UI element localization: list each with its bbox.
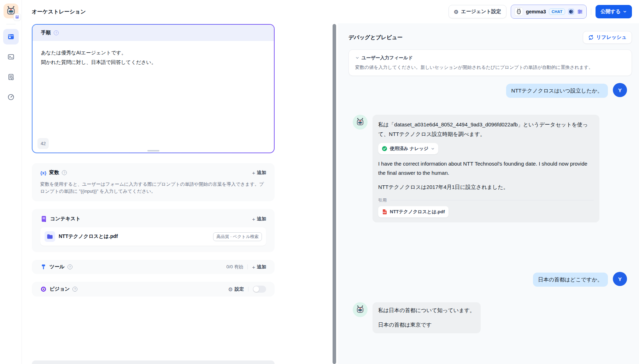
- add-variable-button[interactable]: + 追加: [252, 169, 266, 176]
- monitoring-gauge-icon: [7, 94, 14, 101]
- chat-message-user: Y 日本の首都はどこですか。: [353, 272, 627, 287]
- user-input-fields-title: ユーザー入力フィールド: [362, 55, 413, 61]
- bot-answer-text: NTTテクノクロスは2017年4月1日に設立されました。: [378, 183, 594, 192]
- sidebar: [0, 0, 22, 364]
- app-avatar[interactable]: [4, 4, 18, 18]
- debug-preview-pane: デバッグとプレビュー リフレッシュ ユーザー入力フィールド 変数の値を入力してく…: [338, 23, 639, 364]
- agent-settings-button[interactable]: ⚙ エージェント設定: [449, 5, 506, 18]
- tools-title: ツール: [49, 264, 65, 270]
- prompt-text-line: 聞かれた質問に対し、日本語で回答してください。: [41, 58, 265, 67]
- refresh-label: リフレッシュ: [596, 34, 627, 41]
- orchestration-pane: 手順 ? あなたは優秀なAIエージェントです。 聞かれた質問に対し、日本語で回答…: [22, 23, 275, 364]
- logs-icon: [7, 73, 14, 80]
- bot-intro-text: 私は「dataset_a031e6d4_8052_4494_9ad3_d096f…: [378, 120, 594, 139]
- chat-message-bot: 私は「dataset_a031e6d4_8052_4494_9ad3_d096f…: [353, 115, 627, 222]
- knowledge-used-pill[interactable]: 使用済み ナレッジ: [378, 143, 438, 154]
- prompt-title: 手順: [41, 30, 51, 36]
- vision-eye-icon: [40, 286, 47, 292]
- folder-icon: [45, 231, 55, 242]
- sidebar-divider: [6, 24, 16, 24]
- help-icon[interactable]: ?: [54, 30, 59, 35]
- add-context-button[interactable]: + 追加: [252, 216, 266, 222]
- bot-text-line: 日本の首都は東京です: [378, 322, 475, 328]
- model-provider-llama-icon: [515, 7, 523, 16]
- chat-message-bot: 私は日本の首都について知っています。 日本の首都は東京です: [353, 302, 627, 333]
- user-avatar: Y: [613, 272, 627, 286]
- model-mode-badge: CHAT: [549, 8, 565, 15]
- next-section-edge: [32, 360, 275, 364]
- debug-title: デバッグとプレビュー: [348, 34, 403, 41]
- bot-text-line: 私は日本の首都について知っています。: [378, 307, 475, 314]
- help-icon[interactable]: ?: [68, 264, 72, 269]
- sidebar-item-api[interactable]: [3, 49, 19, 65]
- chevron-down-icon: [355, 56, 359, 60]
- api-terminal-icon: [7, 53, 14, 60]
- prompt-editor[interactable]: あなたは優秀なAIエージェントです。 聞かれた質問に対し、日本語で回答してくださ…: [33, 41, 274, 153]
- char-count-badge: 42: [37, 138, 49, 149]
- divider: [247, 264, 248, 269]
- add-tool-button[interactable]: + 追加: [252, 264, 266, 270]
- help-icon[interactable]: ?: [62, 170, 67, 175]
- citation-file-name: NTTテクノクロスとは.pdf: [390, 209, 445, 215]
- refresh-button[interactable]: リフレッシュ: [583, 31, 632, 44]
- model-mode-circle-icon: [568, 8, 574, 15]
- vision-section: ビジョン ? ⚙ 設定: [32, 282, 275, 297]
- plus-icon: +: [252, 216, 255, 222]
- vision-settings-button[interactable]: ⚙ 設定: [228, 286, 244, 292]
- sidebar-item-logs[interactable]: [3, 69, 19, 85]
- plus-icon: +: [252, 264, 255, 270]
- citation-label: 引用: [378, 197, 387, 203]
- prompt-header: 手順 ?: [33, 25, 274, 41]
- citation-file-pill[interactable]: NTTテクノクロスとは.pdf: [378, 206, 449, 217]
- publish-label: 公開する: [600, 8, 621, 15]
- tools-hammer-icon: [40, 264, 47, 270]
- user-avatar: Y: [613, 83, 627, 97]
- add-label: 追加: [257, 264, 266, 270]
- publish-button[interactable]: 公開する: [596, 5, 632, 18]
- user-input-fields-header[interactable]: ユーザー入力フィールド: [355, 55, 625, 61]
- gear-icon: ⚙: [228, 287, 233, 292]
- plus-icon: +: [252, 170, 255, 176]
- page-title: オーケストレーション: [32, 8, 86, 15]
- settings-label: 設定: [235, 286, 244, 292]
- variables-title: 変数: [49, 169, 59, 176]
- tools-enabled-count: 0/0 有効: [227, 264, 244, 270]
- context-section: コンテキスト + 追加 NTTテクノクロスとは.pdf 高品質 · ベクトル検索: [32, 209, 275, 252]
- help-icon[interactable]: ?: [72, 287, 77, 292]
- variables-section: {x} 変数 ? + 追加 変数を使用すると、ユーザーはフォームに入力する際にプ…: [32, 163, 275, 201]
- tools-section: ツール ? 0/0 有効 + 追加: [32, 260, 275, 274]
- bot-message-bubble: 私は日本の首都について知っています。 日本の首都は東京です: [373, 302, 481, 333]
- topbar: オーケストレーション ⚙ エージェント設定 gemma3 CHAT 公開する: [22, 0, 639, 23]
- divider: [248, 287, 248, 292]
- orchestrate-window-icon: [7, 33, 14, 40]
- sidebar-item-monitoring[interactable]: [3, 89, 19, 105]
- bot-message-bubble: 私は「dataset_a031e6d4_8052_4494_9ad3_d096f…: [373, 115, 599, 222]
- sidebar-item-orchestrate[interactable]: [3, 29, 19, 44]
- context-file-name: NTTテクノクロスとは.pdf: [59, 233, 118, 240]
- divider-line: [390, 200, 594, 201]
- model-selector[interactable]: gemma3 CHAT: [511, 5, 587, 19]
- agent-settings-label: エージェント設定: [461, 8, 501, 15]
- vertical-scrollbar[interactable]: [333, 24, 336, 364]
- user-message-bubble: NTTテクノクロスはいつ設立したか。: [506, 84, 608, 98]
- robot-icon: [356, 305, 365, 314]
- prompt-text-line: あなたは優秀なAIエージェントです。: [41, 48, 265, 58]
- add-label: 追加: [257, 169, 266, 176]
- vision-toggle[interactable]: [253, 286, 266, 293]
- resize-handle[interactable]: [147, 150, 159, 151]
- citation-divider: 引用: [378, 197, 594, 203]
- context-file-row[interactable]: NTTテクノクロスとは.pdf 高品質 · ベクトル検索: [40, 227, 266, 246]
- knowledge-used-label: 使用済み ナレッジ: [390, 145, 428, 152]
- vision-title: ビジョン: [49, 286, 70, 292]
- check-circle-icon: [382, 146, 387, 151]
- variables-braces-icon: {x}: [40, 170, 46, 175]
- bot-avatar: [353, 115, 368, 130]
- app-window: オーケストレーション ⚙ エージェント設定 gemma3 CHAT 公開する: [0, 0, 639, 364]
- add-label: 追加: [257, 216, 266, 222]
- refresh-icon: [588, 35, 594, 40]
- chevron-down-icon: [623, 10, 627, 14]
- model-parameters-sliders-icon[interactable]: [577, 9, 583, 14]
- user-input-fields-card: ユーザー入力フィールド 変数の値を入力してください。新しいセッションが開始される…: [348, 49, 632, 76]
- chat-message-user: Y NTTテクノクロスはいつ設立したか。: [353, 83, 627, 98]
- robot-icon: [356, 118, 365, 127]
